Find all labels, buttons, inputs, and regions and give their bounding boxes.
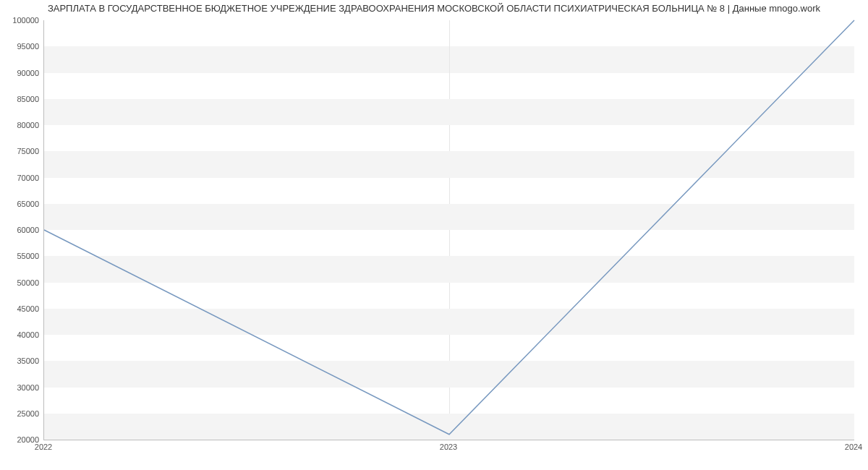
- x-tick-label: 2023: [440, 443, 457, 451]
- x-tick-label: 2024: [845, 443, 862, 451]
- line-series: [44, 20, 854, 440]
- y-tick-label: 90000: [3, 69, 39, 77]
- y-tick-label: 55000: [3, 252, 39, 260]
- y-tick-label: 80000: [3, 121, 39, 129]
- y-tick-label: 95000: [3, 42, 39, 51]
- y-tick-label: 30000: [3, 383, 39, 392]
- y-tick-label: 40000: [3, 330, 39, 339]
- y-tick-label: 50000: [3, 278, 39, 287]
- y-tick-label: 45000: [3, 304, 39, 313]
- chart-container: ЗАРПЛАТА В ГОСУДАРСТВЕННОЕ БЮДЖЕТНОЕ УЧР…: [0, 0, 868, 470]
- y-tick-label: 35000: [3, 356, 39, 365]
- y-tick-label: 75000: [3, 147, 39, 155]
- y-tick-label: 100000: [3, 16, 39, 25]
- y-tick-label: 85000: [3, 95, 39, 103]
- y-tick-label: 60000: [3, 226, 39, 234]
- y-tick-label: 70000: [3, 174, 39, 182]
- chart-title: ЗАРПЛАТА В ГОСУДАРСТВЕННОЕ БЮДЖЕТНОЕ УЧР…: [0, 3, 868, 14]
- series-line: [44, 20, 854, 435]
- plot-area: [43, 20, 854, 440]
- y-tick-label: 25000: [3, 409, 39, 418]
- x-tick-label: 2022: [35, 443, 52, 451]
- y-tick-label: 20000: [3, 435, 39, 444]
- y-tick-label: 65000: [3, 200, 39, 208]
